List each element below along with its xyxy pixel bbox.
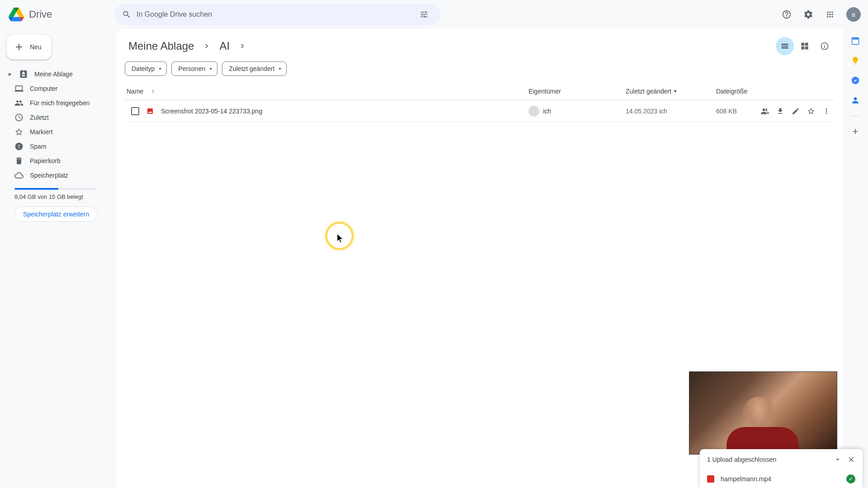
sidebar-item-computers[interactable]: Computer [5,81,108,96]
chevron-down-icon: ▼ [673,89,677,94]
sidebar-label: Speicherplatz [30,172,68,179]
storage-bar [14,188,96,190]
breadcrumb-item[interactable]: AI [216,38,233,54]
cursor-icon [337,234,344,243]
divider [851,116,860,116]
chevron-down-icon: ▼ [158,67,162,71]
row-checkbox[interactable] [131,107,139,115]
computer-icon [14,84,24,93]
sidebar-label: Spam [30,143,47,150]
sidebar-label: Für mich freigegeben [30,99,90,107]
contacts-icon[interactable] [851,96,860,105]
more-icon[interactable] [819,104,834,118]
sidebar: Neu ▶ Meine Ablage Computer Für mich fre… [0,29,116,488]
add-addon-icon[interactable] [851,127,860,136]
drive-logo-icon [7,5,25,23]
list-view-toggle[interactable] [776,37,794,55]
account-avatar[interactable]: a [846,7,861,22]
sidebar-label: Zuletzt [30,114,49,121]
col-owner[interactable]: Eigentümer [528,88,626,95]
header-actions: a [778,5,861,23]
file-size: 608 KB [716,108,752,115]
filter-modified[interactable]: Zuletzt geändert▼ [222,61,287,76]
storage-fill [14,188,58,190]
sort-arrow-icon: ↑ [151,88,155,95]
search-icon [122,10,131,19]
sidebar-item-storage[interactable]: Speicherplatz [5,168,108,183]
expand-icon[interactable]: ▶ [7,72,13,76]
filter-row: Dateityp▼ Personen▼ Zuletzt geändert▼ [125,57,834,82]
share-icon[interactable] [758,104,772,118]
help-icon[interactable] [778,5,796,23]
star-icon[interactable] [804,104,818,118]
svg-rect-1 [852,38,859,39]
filter-people[interactable]: Personen▼ [171,61,217,76]
search-bar[interactable] [115,4,440,25]
sidebar-label: Papierkorb [30,157,61,164]
new-button[interactable]: Neu [6,34,52,60]
sidebar-item-shared[interactable]: Für mich freigegeben [5,96,108,110]
side-panel [843,29,868,488]
settings-icon[interactable] [799,5,817,23]
sidebar-label: Markiert [30,128,53,136]
sidebar-item-mydrive[interactable]: ▶ Meine Ablage [5,67,108,81]
search-options-icon[interactable] [415,5,433,23]
sidebar-label: Meine Ablage [34,70,73,78]
tasks-icon[interactable] [851,76,860,85]
app-name: Drive [29,9,52,20]
filter-filetype[interactable]: Dateityp▼ [125,61,167,76]
calendar-icon[interactable] [851,36,860,45]
chevron-right-icon [200,42,213,51]
logo-area[interactable]: Drive [7,5,115,23]
col-size[interactable]: Dateigröße [716,88,807,95]
close-icon[interactable] [847,455,855,464]
webcam-overlay [689,371,837,455]
sidebar-item-starred[interactable]: Markiert [5,125,108,139]
upload-toast: 1 Upload abgeschlossen hampelmann.mp4 ✓ [700,449,863,488]
owner-avatar-icon [528,106,539,117]
keep-icon[interactable] [851,56,860,65]
sidebar-item-spam[interactable]: Spam [5,139,108,154]
sidebar-item-trash[interactable]: Papierkorb [5,154,108,168]
table-header: Name↑ Eigentümer Zuletzt geändert▼ Datei… [125,82,834,100]
spam-icon [14,142,24,151]
upload-title: 1 Upload abgeschlossen [707,456,776,463]
apps-icon[interactable] [821,5,839,23]
new-button-label: Neu [30,43,42,51]
chevron-right-icon [236,42,249,51]
chevron-down-icon: ▼ [209,67,212,71]
file-name: Screenshot 2023-05-14 223733.png [161,108,262,115]
col-modified[interactable]: Zuletzt geändert▼ [626,88,716,95]
sidebar-label: Computer [30,85,57,92]
success-check-icon: ✓ [846,474,855,483]
collapse-icon[interactable] [834,455,842,464]
trash-icon [14,156,24,165]
search-input[interactable] [137,10,410,19]
download-icon[interactable] [773,104,788,118]
col-name[interactable]: Name↑ [125,88,528,95]
video-file-icon [707,475,714,483]
sidebar-item-recent[interactable]: Zuletzt [5,110,108,125]
view-controls [776,37,834,55]
cloud-icon [14,171,24,180]
shared-icon [14,99,24,108]
recent-icon [14,113,24,122]
image-file-icon [146,108,154,115]
grid-view-toggle[interactable] [796,37,814,55]
owner-name: ich [543,108,551,115]
chevron-down-icon: ▼ [278,67,282,71]
app-header: Drive a [0,0,868,29]
breadcrumb: Meine Ablage AI [125,38,249,54]
storage-text: 8,04 GB von 15 GB belegt [14,193,108,200]
modified-date: 14.05.2023 ich [626,108,716,115]
table-row[interactable]: Screenshot 2023-05-14 223733.png ich 14.… [125,100,834,122]
edit-icon[interactable] [788,104,803,118]
upload-filename: hampelmann.mp4 [721,475,771,483]
breadcrumb-item[interactable]: Meine Ablage [125,38,198,54]
mydrive-icon [19,70,28,79]
info-panel-toggle[interactable] [816,37,834,55]
upgrade-storage-button[interactable]: Speicherplatz erweitern [14,206,98,222]
star-icon [14,127,24,136]
